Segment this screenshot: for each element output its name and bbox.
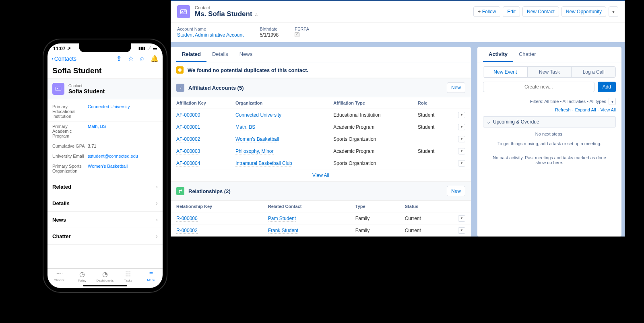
highlights-panel: Account Name Student Administrative Acco… — [171, 22, 625, 42]
relationship-type: Family — [350, 224, 399, 237]
row-menu-button[interactable]: ▼ — [458, 227, 465, 234]
relationship-key-link[interactable]: R-000000 — [176, 216, 198, 222]
search-icon[interactable]: ⌕ — [140, 55, 144, 62]
share-icon[interactable]: ⇪ — [116, 55, 122, 62]
affiliated-view-all[interactable]: View All — [312, 173, 329, 178]
col-relationship-key: Relationship Key — [171, 201, 262, 212]
field-value[interactable]: Connected University — [88, 104, 130, 119]
back-button[interactable]: ‹Contacts — [52, 56, 76, 62]
field-value[interactable]: Math, BS — [88, 124, 106, 138]
organization-link[interactable]: Philosophy, Minor — [235, 148, 274, 154]
add-button[interactable]: Add — [598, 82, 616, 92]
tabbar-tasks[interactable]: ☷Tasks — [117, 270, 140, 282]
affiliation-key-link[interactable]: AF-000001 — [176, 124, 200, 130]
phone-section-chatter[interactable]: Chatter› — [47, 228, 163, 245]
row-menu-button[interactable]: ▼ — [458, 112, 465, 118]
phone-navbar: ‹Contacts ⇪ ☆ ⌕ 🔔 — [47, 52, 163, 65]
col-organization: Organization — [230, 97, 328, 109]
chevron-right-icon: › — [156, 216, 158, 223]
tasks-icon: ☷ — [125, 270, 131, 278]
menu-icon: ≡ — [149, 270, 153, 278]
related-contact-link[interactable]: Frank Student — [268, 228, 298, 234]
more-actions-button[interactable]: ▼ — [609, 6, 618, 17]
affiliation-type: Academic Program — [328, 121, 412, 133]
role: Student — [412, 121, 452, 133]
tab-activity[interactable]: Activity — [483, 47, 513, 62]
row-menu-button[interactable]: ▼ — [458, 136, 465, 142]
banner-text: We found no potential duplicates of this… — [188, 67, 308, 73]
table-row: AF-000001 Math, BS Academic Program Stud… — [171, 121, 471, 133]
tabbar-today[interactable]: ◷Today — [70, 270, 93, 282]
field-value[interactable]: Women's Basketball — [88, 164, 128, 173]
ferpa-checkbox — [295, 32, 299, 37]
expand-all-link[interactable]: Expand All — [575, 107, 596, 112]
bell-icon[interactable]: 🔔 — [151, 55, 159, 62]
contact-icon — [52, 83, 64, 95]
duplicates-banner: ⚉ We found no potential duplicates of th… — [171, 62, 471, 78]
upcoming-overdue-header[interactable]: ⌄ Upcoming & Overdue — [483, 116, 616, 128]
refresh-link[interactable]: Refresh — [555, 107, 571, 112]
tabbar-chatter[interactable]: 〰Chatter — [47, 270, 70, 282]
tab-chatter[interactable]: Chatter — [513, 47, 542, 62]
svg-rect-4 — [56, 87, 61, 91]
chevron-left-icon: ‹ — [52, 56, 54, 62]
relationship-key-link[interactable]: R-000002 — [176, 228, 198, 234]
subtab-new-event[interactable]: New Event — [483, 67, 528, 77]
edit-button[interactable]: Edit — [503, 6, 520, 17]
record-title: Ms. Sofia Student ⛬ — [195, 10, 258, 18]
field-label: Primary Sports Organization — [52, 164, 88, 173]
relationships-header: ⇄ Relationships (2) New — [171, 181, 471, 201]
phone-section-details[interactable]: Details› — [47, 195, 163, 212]
affiliation-type: Academic Program — [328, 145, 412, 157]
table-row: AF-000004 Intramural Basketball Club Spo… — [171, 157, 471, 169]
tabbar-menu[interactable]: ≡Menu — [140, 270, 163, 282]
phone-fields: Primary Educational Institution Connecte… — [47, 99, 163, 179]
phone-card-title: Sofia Student — [68, 88, 105, 95]
organization-link[interactable]: Connected University — [235, 112, 281, 118]
phone-section-related[interactable]: Related› — [47, 179, 163, 195]
organization-link[interactable]: Women's Basketball — [235, 136, 279, 142]
new-contact-button[interactable]: New Contact — [522, 6, 559, 17]
account-name-link[interactable]: Student Administrative Account — [177, 32, 244, 38]
field-value[interactable]: sstudent@connected.edu — [88, 154, 138, 158]
tabbar-dashboards[interactable]: ◔Dashboards — [93, 270, 116, 282]
chatter-icon: 〰 — [56, 270, 62, 278]
affiliation-key-link[interactable]: AF-000002 — [176, 136, 200, 142]
affiliation-key-link[interactable]: AF-000000 — [176, 112, 200, 118]
filter-icon[interactable]: ▾ — [609, 98, 616, 105]
subtab-log-call[interactable]: Log a Call — [572, 67, 615, 77]
affiliated-new-button[interactable]: New — [447, 82, 465, 93]
record-type-label: Contact — [195, 5, 258, 10]
table-row: R-000002 Frank Student Family Current ▼ — [171, 224, 471, 237]
tab-news[interactable]: News — [234, 47, 258, 62]
view-all-link[interactable]: View All — [601, 107, 616, 112]
new-opportunity-button[interactable]: New Opportunity — [561, 6, 606, 17]
row-menu-button[interactable]: ▼ — [458, 215, 465, 222]
chevron-down-icon: ⌄ — [487, 119, 491, 125]
follow-button[interactable]: + Follow — [473, 6, 500, 17]
tab-details[interactable]: Details — [206, 47, 234, 62]
table-row: AF-000003 Philosophy, Minor Academic Pro… — [171, 145, 471, 157]
row-menu-button[interactable]: ▼ — [458, 124, 465, 130]
organization-link[interactable]: Math, BS — [235, 124, 255, 130]
row-menu-button[interactable]: ▼ — [458, 160, 465, 167]
col-role: Role — [412, 97, 452, 109]
record-tabs: Related Details News — [171, 47, 471, 62]
row-menu-button[interactable]: ▼ — [458, 148, 465, 154]
phone-section-news[interactable]: News› — [47, 212, 163, 228]
organization-link[interactable]: Intramural Basketball Club — [235, 160, 292, 167]
relationships-new-button[interactable]: New — [447, 186, 465, 196]
relationship-type: Family — [350, 212, 399, 224]
phone-card-subtitle: Contact — [68, 84, 105, 88]
relationship-status: Current — [399, 224, 452, 237]
star-icon[interactable]: ☆ — [128, 55, 134, 62]
birthdate-label: Birthdate — [260, 27, 279, 31]
subtab-new-task[interactable]: New Task — [528, 67, 572, 77]
affiliation-key-link[interactable]: AF-000003 — [176, 148, 200, 154]
related-contact-link[interactable]: Pam Student — [268, 216, 296, 222]
affiliation-key-link[interactable]: AF-000004 — [176, 160, 200, 167]
create-new-input[interactable] — [483, 82, 594, 92]
affiliated-title: Affiliated Accounts (5) — [188, 85, 443, 91]
col-affiliation-key: Affiliation Key — [171, 97, 230, 109]
tab-related[interactable]: Related — [176, 47, 206, 62]
